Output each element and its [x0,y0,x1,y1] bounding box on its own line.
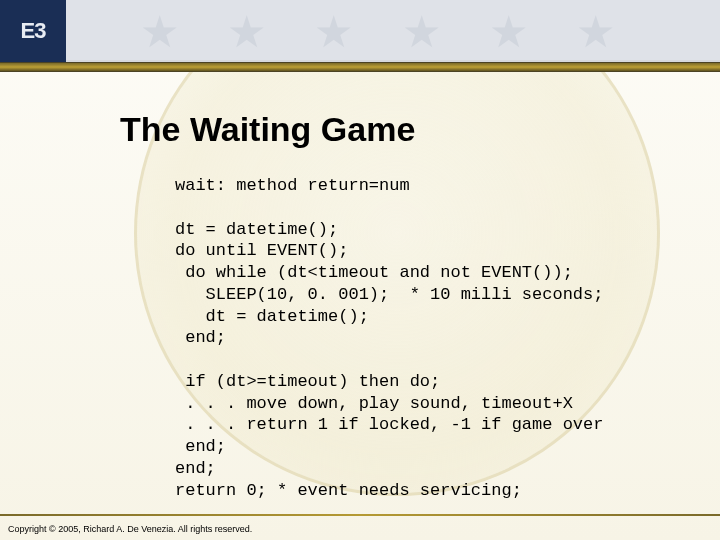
code-line: do while (dt<timeout and not EVENT()); [175,263,573,282]
code-line: SLEEP(10, 0. 001); * 10 milli seconds; [175,285,603,304]
header-stars: ★ ★ ★ ★ ★ ★ [140,6,633,57]
code-line: end; [175,437,226,456]
code-line: return 0; * event needs servicing; [175,481,522,500]
logo-text: E3 [21,18,46,44]
code-line: end; [175,328,226,347]
footer-divider [0,514,720,516]
code-line: do until EVENT(); [175,241,348,260]
code-line: wait: method return=num [175,176,410,195]
code-line: dt = datetime(); [175,307,369,326]
slide-title: The Waiting Game [120,110,415,149]
header-band: ★ ★ ★ ★ ★ ★ [0,0,720,62]
code-line: if (dt>=timeout) then do; [175,372,440,391]
logo-badge: E3 [0,0,66,62]
copyright-text: Copyright © 2005, Richard A. De Venezia.… [8,524,252,534]
code-block: wait: method return=num dt = datetime();… [175,175,680,501]
code-line: dt = datetime(); [175,220,338,239]
slide: ★ ★ ★ ★ ★ ★ E3 The Waiting Game wait: me… [0,0,720,540]
code-line: end; [175,459,216,478]
code-line: . . . move down, play sound, timeout+X [175,394,573,413]
gold-divider [0,62,720,72]
code-line: . . . return 1 if locked, -1 if game ove… [175,415,603,434]
